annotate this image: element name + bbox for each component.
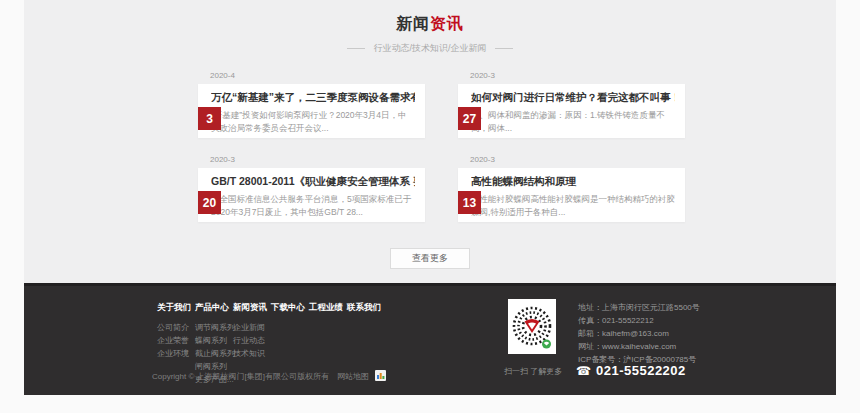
news-grid: 2020-4 3 万亿“新基建”来了，二三季度泵阀设备需求有望迎来... “新基… [175, 71, 685, 222]
phone-number: 021-55522202 [596, 363, 686, 378]
view-more-button[interactable]: 查看更多 [390, 248, 470, 269]
news-date: 2020-3 [470, 71, 685, 84]
news-day-badge: 27 [458, 107, 481, 130]
news-item[interactable]: 2020-3 20 GB/T 28001-2011《职业健康安全管理体系 要求》… [175, 155, 425, 222]
news-desc: 据全国标准信息公共服务平台消息，5项国家标准已于2020年3月7日废止，其中包括… [211, 193, 415, 219]
footer-column-links: 企业新闻行业动态技术知识 [233, 321, 271, 360]
news-title[interactable]: 高性能蝶阀结构和原理 [471, 175, 675, 189]
footer-link[interactable]: 企业环境 [157, 347, 195, 360]
footer-link[interactable]: 截止阀系列 [195, 347, 233, 360]
contact-email: 邮箱：kaihefm@163.com [578, 327, 700, 340]
footer-column-title[interactable]: 联系我们 [347, 302, 385, 314]
news-desc: 一、阀体和阀盖的渗漏：原因：1.铸铁件铸造质量不高，阀体... [471, 109, 675, 135]
copyright-row: Copyright © 上海凯核阀门[集团]有限公司版权所有 网站地图 [152, 370, 386, 383]
phone-icon: ☎ [576, 364, 591, 378]
phone-row: ☎ 021-55522202 [576, 363, 686, 378]
news-date: 2020-3 [470, 155, 685, 168]
section-title-red: 资讯 [430, 15, 464, 32]
news-item[interactable]: 2020-4 3 万亿“新基建”来了，二三季度泵阀设备需求有望迎来... “新基… [175, 71, 425, 138]
page-content: 新闻资讯 行业动态/技术知识/企业新闻 2020-4 3 万亿“新基建”来了，二… [24, 0, 836, 395]
subtitle-dash-left [347, 48, 365, 49]
subtitle-dash-right [495, 48, 513, 49]
qr-code [508, 299, 556, 354]
contact-info: 地址：上海市闵行区元江路5500号 传真：021-55522212 邮箱：kai… [578, 301, 700, 366]
footer-link[interactable]: 公司简介 [157, 321, 195, 334]
contact-address: 地址：上海市闵行区元江路5500号 [578, 301, 700, 314]
section-subtitle: 行业动态/技术知识/企业新闻 [24, 42, 836, 55]
footer-link[interactable]: 蝶阀系列 [195, 334, 233, 347]
footer-column-title[interactable]: 关于我们 [157, 302, 195, 314]
site-stats-icon[interactable] [375, 370, 386, 383]
footer-column-title[interactable]: 下载中心 [271, 302, 309, 314]
contact-fax: 传真：021-55522212 [578, 314, 700, 327]
news-day-badge: 13 [458, 191, 481, 214]
qr-caption: 扫一扫 了解更多 [504, 366, 562, 377]
news-title[interactable]: GB/T 28001-2011《职业健康安全管理体系 要求》等... [211, 175, 415, 189]
sitemap-link[interactable]: 网站地图 [337, 371, 369, 382]
footer-link[interactable]: 技术知识 [233, 347, 271, 360]
news-date: 2020-4 [210, 71, 425, 84]
news-title[interactable]: 如何对阀门进行日常维护？看完这都不叫事！ [471, 91, 675, 105]
section-title-black: 新闻 [396, 15, 430, 32]
footer-column-links: 公司简介企业荣誉企业环境 [157, 321, 195, 360]
news-card[interactable]: 27 如何对阀门进行日常维护？看完这都不叫事！ 一、阀体和阀盖的渗漏：原因：1.… [458, 84, 685, 138]
footer: 关于我们 公司简介企业荣誉企业环境 产品中心 调节阀系列蝶阀系列截止阀系列闸阀系… [24, 283, 836, 395]
footer-column-title[interactable]: 工程业绩 [309, 302, 347, 314]
footer-column-title[interactable]: 产品中心 [195, 302, 233, 314]
news-section: 新闻资讯 行业动态/技术知识/企业新闻 2020-4 3 万亿“新基建”来了，二… [24, 0, 836, 283]
footer-column-title[interactable]: 新闻资讯 [233, 302, 271, 314]
news-day-badge: 3 [198, 107, 221, 130]
news-title[interactable]: 万亿“新基建”来了，二三季度泵阀设备需求有望迎来... [211, 91, 415, 105]
news-desc: 高性能衬胶蝶阀高性能衬胶蝶阀是一种结构精巧的衬胶蝶阀,特别适用于各种自... [471, 193, 675, 219]
news-day-badge: 20 [198, 191, 221, 214]
section-title: 新闻资讯 [24, 0, 836, 35]
news-desc: “新基建”投资如何影响泵阀行业？2020年3月4日，中央政治局常务委员会召开会议… [211, 109, 415, 135]
footer-link[interactable]: 调节阀系列 [195, 321, 233, 334]
news-card[interactable]: 3 万亿“新基建”来了，二三季度泵阀设备需求有望迎来... “新基建”投资如何影… [198, 84, 425, 138]
subtitle-text: 行业动态/技术知识/企业新闻 [373, 42, 486, 55]
footer-link[interactable]: 行业动态 [233, 334, 271, 347]
qr-code-image [510, 302, 554, 352]
news-card[interactable]: 20 GB/T 28001-2011《职业健康安全管理体系 要求》等... 据全… [198, 168, 425, 222]
news-card[interactable]: 13 高性能蝶阀结构和原理 高性能衬胶蝶阀高性能衬胶蝶阀是一种结构精巧的衬胶蝶阀… [458, 168, 685, 222]
news-item[interactable]: 2020-3 13 高性能蝶阀结构和原理 高性能衬胶蝶阀高性能衬胶蝶阀是一种结构… [435, 155, 685, 222]
news-date: 2020-3 [210, 155, 425, 168]
news-item[interactable]: 2020-3 27 如何对阀门进行日常维护？看完这都不叫事！ 一、阀体和阀盖的渗… [435, 71, 685, 138]
copyright-text: Copyright © 上海凯核阀门[集团]有限公司版权所有 [152, 371, 329, 382]
contact-website: 网址：www.kaihevalve.com [578, 340, 700, 353]
footer-link[interactable]: 企业新闻 [233, 321, 271, 334]
footer-link[interactable]: 企业荣誉 [157, 334, 195, 347]
